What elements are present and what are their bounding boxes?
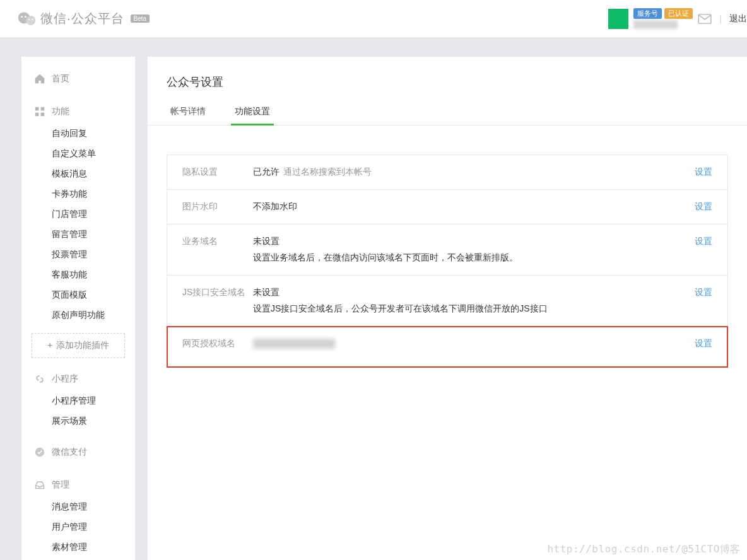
plus-icon: + (47, 340, 52, 350)
tab-account-details[interactable]: 帐号详情 (167, 100, 209, 125)
nav-item-original[interactable]: 原创声明功能 (21, 305, 135, 325)
beta-badge: Beta (131, 15, 150, 23)
inbox-icon (34, 479, 45, 491)
row-watermark: 图片水印 不添加水印 设置 (167, 190, 727, 225)
svg-point-5 (32, 18, 33, 20)
nav-miniprogram-head[interactable]: 小程序 (21, 370, 135, 391)
main-panel: 公众号设置 帐号详情 功能设置 隐私设置 已允许 通过名称搜索到本帐号 设置 图… (148, 57, 747, 560)
row-oauth-domain-body (253, 338, 685, 349)
grid-icon (34, 106, 45, 117)
nav-section-manage: 管理 消息管理 用户管理 素材管理 (21, 475, 135, 557)
row-js-domain-action[interactable]: 设置 (695, 287, 712, 298)
pay-icon (34, 446, 45, 458)
svg-rect-7 (35, 107, 39, 111)
row-privacy: 隐私设置 已允许 通过名称搜索到本帐号 设置 (167, 155, 727, 190)
row-watermark-label: 图片水印 (182, 201, 253, 213)
home-icon (34, 73, 45, 85)
avatar[interactable] (608, 9, 628, 29)
svg-point-4 (28, 18, 30, 20)
row-js-domain: JS接口安全域名 未设置 设置JS接口安全域名后，公众号开发者可在该域名下调用微… (167, 276, 727, 327)
nav-features-head[interactable]: 功能 (21, 102, 135, 124)
nav-home[interactable]: 首页 (21, 69, 135, 91)
nav-item-display-scene[interactable]: 展示场景 (21, 411, 135, 431)
service-tag: 服务号 (633, 8, 662, 19)
nav-manage-head[interactable]: 管理 (21, 475, 135, 497)
svg-rect-10 (41, 113, 45, 117)
logo-block: 微信·公众平台 Beta (18, 9, 150, 28)
row-business-domain-action[interactable]: 设置 (695, 236, 712, 247)
row-js-domain-desc: 设置JS接口安全域名后，公众号开发者可在该域名下调用微信开放的JS接口 (253, 303, 685, 315)
tabs: 帐号详情 功能设置 (148, 100, 747, 125)
row-business-domain-value: 未设置 (253, 236, 685, 247)
nav-item-user-manage[interactable]: 用户管理 (21, 517, 135, 537)
add-plugin-label: 添加功能插件 (56, 340, 109, 350)
tab-function-settings[interactable]: 功能设置 (231, 100, 274, 125)
row-privacy-label: 隐私设置 (182, 166, 253, 178)
logo-text: 微信·公众平台 (40, 10, 124, 27)
svg-rect-6 (699, 14, 712, 23)
nav-item-comments[interactable]: 留言管理 (21, 225, 135, 245)
svg-point-2 (21, 16, 23, 18)
nav-item-page-template[interactable]: 页面模版 (21, 285, 135, 305)
nav-home-label: 首页 (52, 73, 69, 85)
nav-item-auto-reply[interactable]: 自动回复 (21, 124, 135, 144)
nav-section-home: 首页 (21, 69, 135, 91)
mail-icon[interactable] (698, 14, 712, 24)
nav-item-coupon[interactable]: 卡券功能 (21, 184, 135, 204)
row-business-domain: 业务域名 未设置 设置业务域名后，在微信内访问该域名下页面时，不会被重新排版。 … (167, 225, 727, 276)
row-privacy-desc: 通过名称搜索到本帐号 (283, 166, 372, 177)
row-oauth-domain-label: 网页授权域名 (182, 338, 253, 349)
svg-point-1 (26, 16, 35, 25)
row-js-domain-label: JS接口安全域名 (182, 287, 253, 298)
svg-rect-9 (35, 113, 39, 117)
row-watermark-body: 不添加水印 (253, 201, 685, 213)
nav-section-features: 功能 自动回复 自定义菜单 模板消息 卡券功能 门店管理 留言管理 投票管理 客… (21, 102, 135, 358)
sidebar: 首页 功能 自动回复 自定义菜单 模板消息 卡券功能 门店管理 留言管理 投票管… (21, 57, 135, 560)
nav-item-store[interactable]: 门店管理 (21, 204, 135, 225)
row-privacy-body: 已允许 通过名称搜索到本帐号 (253, 166, 685, 178)
row-business-domain-label: 业务域名 (182, 236, 253, 247)
nav-features-label: 功能 (52, 106, 69, 117)
nav-item-miniprogram-manage[interactable]: 小程序管理 (21, 391, 135, 411)
nav-item-vote[interactable]: 投票管理 (21, 245, 135, 265)
row-watermark-action[interactable]: 设置 (695, 201, 712, 213)
account-name-blurred (633, 20, 678, 29)
row-watermark-value: 不添加水印 (253, 201, 685, 213)
settings-list: 隐私设置 已允许 通过名称搜索到本帐号 设置 图片水印 不添加水印 设置 业务域… (167, 155, 728, 368)
row-business-domain-body: 未设置 设置业务域名后，在微信内访问该域名下页面时，不会被重新排版。 (253, 236, 685, 264)
nav-section-miniprogram: 小程序 小程序管理 展示场景 (21, 370, 135, 431)
nav-item-customer-service[interactable]: 客服功能 (21, 265, 135, 285)
row-privacy-value: 已允许 (253, 166, 279, 177)
verified-tag: 已认证 (664, 8, 693, 19)
nav-miniprogram-label: 小程序 (52, 373, 78, 385)
row-oauth-domain-value-blurred (253, 339, 335, 349)
wechat-icon (18, 9, 37, 28)
row-business-domain-desc: 设置业务域名后，在微信内访问该域名下页面时，不会被重新排版。 (253, 252, 685, 264)
row-js-domain-value: 未设置 (253, 287, 685, 298)
svg-point-11 (35, 448, 44, 457)
watermark-text: http://blog.csdn.net/@51CTO博客 (547, 543, 741, 556)
svg-point-3 (25, 16, 26, 18)
separator: | (719, 14, 722, 24)
page-title: 公众号设置 (148, 74, 747, 100)
nav-item-custom-menu[interactable]: 自定义菜单 (21, 144, 135, 164)
header-right: 服务号 已认证 | 退出 (608, 8, 747, 29)
app-header: 微信·公众平台 Beta 服务号 已认证 | 退出 (0, 0, 747, 38)
nav-pay-label: 微信支付 (52, 446, 87, 458)
add-plugin-button[interactable]: +添加功能插件 (32, 333, 125, 358)
link-icon (34, 373, 45, 385)
nav-section-pay: 微信支付 (21, 443, 135, 464)
row-privacy-action[interactable]: 设置 (695, 166, 712, 178)
nav-item-message-manage[interactable]: 消息管理 (21, 497, 135, 517)
row-js-domain-body: 未设置 设置JS接口安全域名后，公众号开发者可在该域名下调用微信开放的JS接口 (253, 287, 685, 315)
logout-link[interactable]: 退出 (729, 13, 747, 25)
nav-pay[interactable]: 微信支付 (21, 443, 135, 464)
row-oauth-domain-action[interactable]: 设置 (695, 338, 712, 349)
row-oauth-domain: 网页授权域名 设置 (167, 327, 727, 367)
svg-rect-8 (41, 107, 45, 111)
nav-manage-label: 管理 (52, 479, 69, 491)
nav-item-template-msg[interactable]: 模板消息 (21, 164, 135, 184)
nav-item-material-manage[interactable]: 素材管理 (21, 537, 135, 557)
page-wrap: 首页 功能 自动回复 自定义菜单 模板消息 卡券功能 门店管理 留言管理 投票管… (0, 38, 747, 560)
